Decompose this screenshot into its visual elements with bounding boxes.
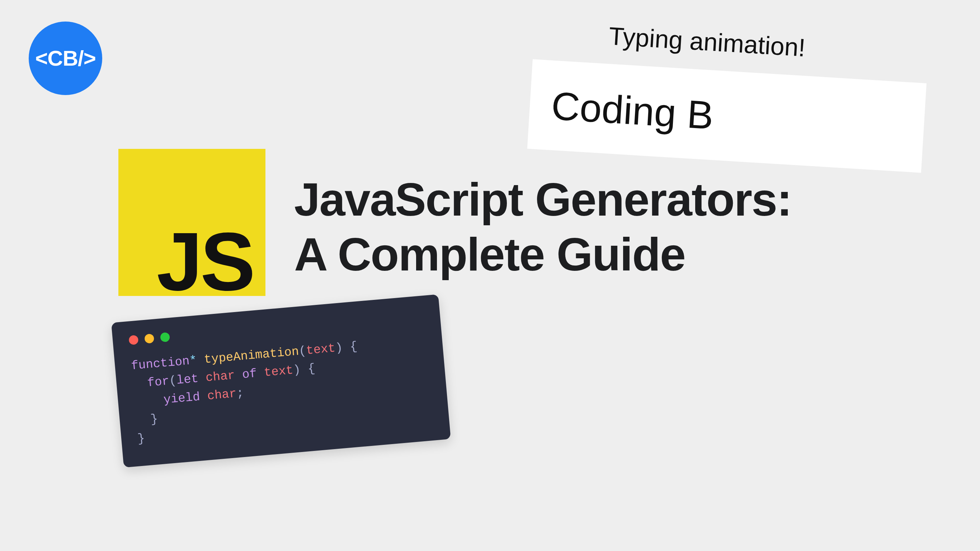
tok-char-var: char [205, 369, 235, 385]
logo-text: <CB/> [35, 46, 95, 71]
code-content: function* typeAnimation(text) { for(let … [130, 331, 433, 448]
tok-brace-close-outer: } [137, 432, 146, 446]
tok-semicolon: ; [236, 386, 245, 401]
minimize-dot-icon [144, 334, 154, 344]
tok-yield: yield [163, 390, 200, 407]
zoom-dot-icon [160, 332, 170, 342]
tok-star: * [189, 354, 198, 368]
js-badge-text: JS [157, 221, 253, 303]
typing-demo-card: Coding B [527, 59, 927, 173]
typing-demo-text: Coding B [550, 83, 714, 138]
tok-let: let [176, 372, 199, 387]
tok-of: of [242, 366, 257, 381]
typing-annotation-label: Typing animation! [608, 22, 807, 62]
tok-paren-close-2: ) [293, 363, 301, 377]
tok-func-name: typeAnimation [204, 345, 299, 366]
site-logo: <CB/> [29, 22, 102, 95]
title-line-1: JavaScript Generators: [294, 173, 792, 226]
tok-keyword-function: function [130, 354, 190, 373]
tok-brace-open-2: { [307, 361, 316, 376]
tok-yield-char: char [207, 387, 237, 403]
title-line-2: A Complete Guide [294, 228, 685, 280]
tok-param: text [305, 341, 336, 358]
tok-iter-text: text [263, 363, 294, 379]
tok-paren-close: ) [335, 341, 343, 355]
page-title: JavaScript Generators: A Complete Guide [294, 172, 792, 282]
tok-brace-open-1: { [349, 340, 358, 354]
close-dot-icon [129, 335, 138, 345]
code-snippet-window: function* typeAnimation(text) { for(let … [111, 294, 451, 467]
tok-for: for [147, 374, 170, 390]
js-badge: JS [118, 149, 266, 296]
tok-brace-close-inner: } [150, 412, 159, 427]
